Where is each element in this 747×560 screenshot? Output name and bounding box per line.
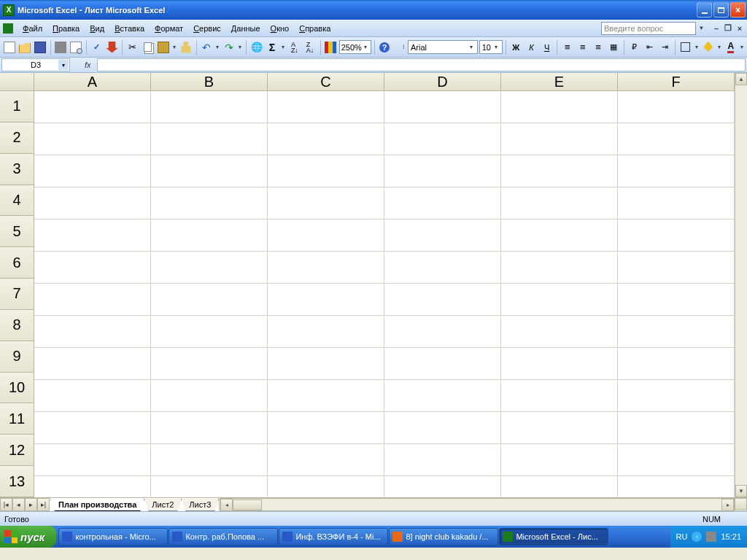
save-button[interactable] (33, 39, 47, 55)
undo-button[interactable]: ↶ (199, 39, 213, 55)
cell-A6[interactable] (34, 252, 151, 284)
cell-F4[interactable] (618, 187, 735, 219)
start-button[interactable]: пуск (0, 526, 56, 548)
cell-C6[interactable] (268, 252, 384, 284)
cell-E7[interactable] (501, 284, 618, 316)
prev-sheet-button[interactable]: ◂ (12, 498, 25, 511)
cell-A5[interactable] (34, 219, 151, 252)
row-header-5[interactable]: 5 (0, 216, 34, 247)
cell-E11[interactable] (501, 412, 618, 444)
cell-C9[interactable] (268, 348, 384, 380)
cell-D2[interactable] (384, 123, 501, 155)
cell-D8[interactable] (384, 316, 501, 348)
vertical-scrollbar[interactable]: ▲ ▼ (735, 73, 747, 497)
cell-E8[interactable] (501, 316, 618, 348)
cell-C5[interactable] (268, 219, 384, 252)
cell-B8[interactable] (151, 316, 268, 348)
align-left-button[interactable]: ≡ (560, 39, 574, 55)
cell-E6[interactable] (501, 252, 618, 284)
currency-button[interactable]: ₽ (627, 39, 641, 55)
cell-C11[interactable] (268, 412, 384, 444)
fx-icon[interactable]: fx (85, 61, 91, 69)
cell-D3[interactable] (384, 155, 501, 187)
autosum-button[interactable]: Σ (265, 39, 279, 55)
cell-F11[interactable] (618, 412, 735, 444)
close-button[interactable]: × (730, 2, 746, 18)
italic-button[interactable]: К (525, 39, 538, 55)
cell-D10[interactable] (384, 380, 501, 412)
menu-Вид[interactable]: Вид (85, 22, 109, 35)
new-button[interactable] (2, 39, 16, 55)
menu-Файл[interactable]: Файл (18, 22, 47, 35)
cell-F10[interactable] (618, 380, 735, 412)
taskbar-task[interactable]: 8] night club kakadu /... (389, 528, 498, 545)
cell-A7[interactable] (34, 284, 151, 316)
cell-A13[interactable] (34, 476, 151, 497)
row-header-11[interactable]: 11 (0, 403, 34, 435)
dropdown-icon[interactable]: ▾ (172, 44, 178, 50)
menu-Формат[interactable]: Формат (150, 22, 188, 35)
bold-button[interactable]: Ж (509, 39, 523, 55)
cell-B6[interactable] (151, 252, 268, 284)
menu-Правка[interactable]: Правка (47, 22, 85, 35)
row-header-8[interactable]: 8 (0, 310, 34, 341)
cell-C4[interactable] (268, 187, 384, 219)
sort-asc-button[interactable]: AZ↓ (287, 39, 301, 55)
doc-close-button[interactable]: × (735, 23, 745, 34)
cell-D13[interactable] (384, 476, 501, 497)
last-sheet-button[interactable]: ▸| (37, 498, 50, 511)
clock[interactable]: 15:21 (721, 532, 741, 541)
fill-color-button[interactable] (701, 39, 715, 55)
cell-A3[interactable] (34, 155, 151, 187)
column-header-B[interactable]: B (151, 73, 268, 91)
cells-area[interactable] (34, 91, 735, 497)
dropdown-icon[interactable]: ▾ (694, 44, 700, 50)
scroll-up-icon[interactable]: ▲ (735, 73, 747, 85)
dropdown-icon[interactable]: ▾ (58, 60, 69, 70)
print-preview-button[interactable] (69, 39, 83, 55)
maximize-button[interactable] (713, 2, 729, 18)
decrease-indent-button[interactable]: ⇤ (643, 39, 657, 55)
column-header-F[interactable]: F (618, 73, 735, 91)
cell-B13[interactable] (151, 476, 268, 497)
taskbar-task[interactable]: Инф. ВЗЭФИ в-4 - Mi... (279, 528, 388, 545)
underline-button[interactable]: Ч (540, 39, 554, 55)
cell-F12[interactable] (618, 444, 735, 476)
row-header-7[interactable]: 7 (0, 279, 34, 310)
menu-Окно[interactable]: Окно (266, 22, 295, 35)
cell-E13[interactable] (501, 476, 618, 497)
doc-minimize-button[interactable]: – (711, 23, 721, 34)
cell-C10[interactable] (268, 380, 384, 412)
cell-E10[interactable] (501, 380, 618, 412)
hyperlink-button[interactable]: 🌐 (249, 39, 263, 55)
cell-B4[interactable] (151, 187, 268, 219)
select-all-corner[interactable] (0, 73, 34, 91)
cell-F8[interactable] (618, 316, 735, 348)
menu-Вставка[interactable]: Вставка (109, 22, 150, 35)
column-header-D[interactable]: D (384, 73, 501, 91)
column-header-C[interactable]: C (268, 73, 384, 91)
cell-B11[interactable] (151, 412, 268, 444)
cell-D5[interactable] (384, 219, 501, 252)
cell-A9[interactable] (34, 348, 151, 380)
cell-A4[interactable] (34, 187, 151, 219)
cell-C12[interactable] (268, 444, 384, 476)
cell-A11[interactable] (34, 412, 151, 444)
cell-E4[interactable] (501, 187, 618, 219)
cell-A2[interactable] (34, 123, 151, 155)
row-header-9[interactable]: 9 (0, 341, 34, 373)
cell-B2[interactable] (151, 123, 268, 155)
dropdown-icon[interactable]: ▾ (238, 44, 244, 50)
horizontal-scrollbar[interactable]: ◂ ▸ (220, 498, 735, 511)
help-button[interactable]: ? (377, 39, 391, 55)
row-header-1[interactable]: 1 (0, 91, 34, 122)
doc-restore-button[interactable]: ❐ (723, 23, 733, 34)
spelling-button[interactable]: ✓ (90, 39, 104, 55)
cell-D4[interactable] (384, 187, 501, 219)
cell-C8[interactable] (268, 316, 384, 348)
dropdown-icon[interactable]: ▾ (716, 44, 722, 50)
font-color-button[interactable]: A (724, 39, 738, 55)
taskbar-task[interactable]: Microsoft Excel - Лис... (499, 528, 608, 545)
column-header-A[interactable]: A (34, 73, 151, 91)
cell-E5[interactable] (501, 219, 618, 252)
